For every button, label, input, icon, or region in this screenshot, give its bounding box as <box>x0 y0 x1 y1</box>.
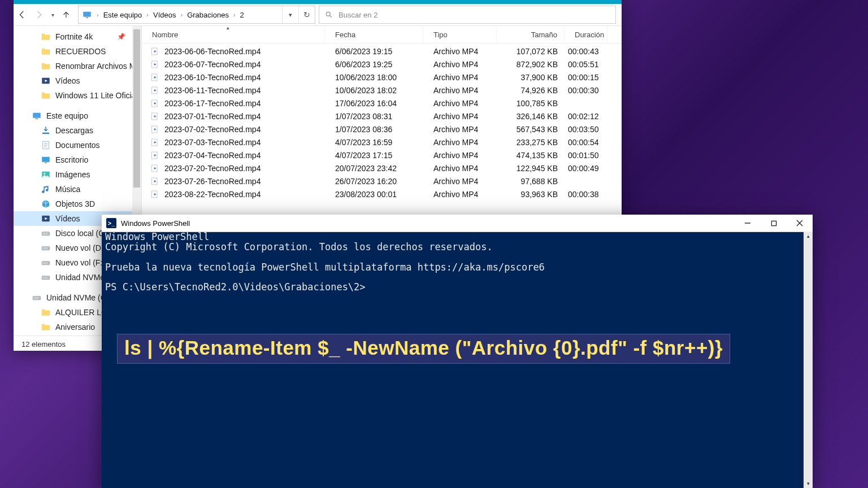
nav-forward-button[interactable] <box>31 6 47 23</box>
svg-rect-9 <box>45 163 47 164</box>
column-header-type[interactable]: Tipo <box>423 26 497 43</box>
file-date: 4/07/2023 16:59 <box>325 138 423 147</box>
search-input[interactable]: Buscar en 2 <box>319 6 616 24</box>
powershell-terminal[interactable]: Windows PowerShell Copyright (C) Microso… <box>102 232 813 488</box>
tree-item[interactable]: Escritorio <box>14 152 141 167</box>
column-header-date[interactable]: Fecha <box>325 26 423 43</box>
file-type: Archivo MP4 <box>423 125 497 134</box>
arrow-left-icon <box>17 10 27 20</box>
tree-item-label: Descargas <box>55 126 93 135</box>
address-history-button[interactable]: ▾ <box>282 6 298 23</box>
search-placeholder: Buscar en 2 <box>338 11 377 19</box>
file-size: 74,926 KB <box>497 86 565 95</box>
file-type: Archivo MP4 <box>423 151 497 160</box>
explorer-toolbar: ▾ › Este equipo › Vídeos › Grabaciones ›… <box>14 4 622 26</box>
file-type: Archivo MP4 <box>423 138 497 147</box>
scroll-thumb[interactable] <box>133 29 140 188</box>
tree-item-label: RECUERDOS <box>55 47 106 56</box>
file-row[interactable]: 2023-07-20-TecnoRed.mp420/07/2023 23:42A… <box>142 162 622 175</box>
minimize-button[interactable] <box>735 215 761 232</box>
tree-item[interactable]: Imágenes <box>14 167 141 182</box>
file-row[interactable]: 2023-06-06-TecnoRed.mp46/06/2023 19:15Ar… <box>142 45 622 58</box>
breadcrumb-seg-2[interactable]: Vídeos <box>150 11 179 19</box>
tree-item-label: Vídeos <box>55 214 80 223</box>
file-duration: 00:01:50 <box>565 151 607 160</box>
chevron-right-icon[interactable]: › <box>180 11 184 18</box>
tree-item[interactable]: Fortnite 4k📌 <box>14 29 141 44</box>
svg-rect-1 <box>86 18 89 19</box>
svg-point-21 <box>48 277 49 278</box>
svg-point-23 <box>39 298 40 299</box>
file-name: 2023-06-07-TecnoRed.mp4 <box>164 60 261 69</box>
tree-item[interactable]: Renombrar Archivos Masivame <box>14 59 141 73</box>
chevron-right-icon[interactable]: › <box>145 11 150 18</box>
file-row[interactable]: 2023-08-22-TecnoRed.mp423/08/2023 00:01A… <box>142 188 622 201</box>
file-row[interactable]: 2023-07-02-TecnoRed.mp41/07/2023 08:36Ar… <box>142 123 622 136</box>
tree-item-label: Windows 11 Lite Oficial <box>55 91 138 100</box>
file-row[interactable]: 2023-06-10-TecnoRed.mp410/06/2023 18:00A… <box>142 71 622 84</box>
file-size: 37,900 KB <box>497 73 565 82</box>
maximize-button[interactable] <box>761 215 787 232</box>
tree-item[interactable]: Música <box>14 182 141 197</box>
breadcrumb-seg-1[interactable]: Este equipo <box>100 11 146 19</box>
refresh-button[interactable]: ↻ <box>298 6 315 23</box>
file-size: 326,146 KB <box>497 112 565 121</box>
file-row[interactable]: 2023-06-11-TecnoRed.mp410/06/2023 18:02A… <box>142 84 622 97</box>
nav-recent-button[interactable]: ▾ <box>47 6 58 23</box>
file-row[interactable]: 2023-07-04-TecnoRed.mp44/07/2023 17:15Ar… <box>142 149 622 162</box>
tree-item[interactable]: Vídeos <box>14 73 141 88</box>
file-size: 233,275 KB <box>497 138 565 147</box>
column-header-name[interactable]: Nombre <box>142 26 325 43</box>
file-duration: 00:00:38 <box>565 190 607 199</box>
scroll-down-button[interactable]: ▾ <box>804 479 813 488</box>
file-type: Archivo MP4 <box>423 86 497 95</box>
command-overlay: ls | %{Rename-Item $_ -NewName ("Archivo… <box>117 334 730 364</box>
breadcrumb-seg-4[interactable]: 2 <box>237 11 248 19</box>
address-root-icon[interactable] <box>79 10 96 20</box>
file-date: 10/06/2023 18:00 <box>325 73 423 82</box>
svg-rect-5 <box>33 113 41 118</box>
svg-point-11 <box>44 173 45 175</box>
column-header-size[interactable]: Tamaño <box>497 26 565 43</box>
file-row[interactable]: 2023-07-01-TecnoRed.mp41/07/2023 08:31Ar… <box>142 110 622 123</box>
arrow-up-icon <box>61 10 71 20</box>
powershell-titlebar[interactable]: >_ Windows PowerShell <box>102 215 813 232</box>
column-header-duration[interactable]: Duración <box>565 26 607 43</box>
file-date: 1/07/2023 08:31 <box>325 112 423 121</box>
explorer-titlebar[interactable] <box>14 0 622 4</box>
nav-up-button[interactable] <box>58 6 75 23</box>
tree-item-label: Renombrar Archivos Masivame <box>55 62 142 71</box>
svg-point-19 <box>48 263 49 264</box>
file-date: 6/06/2023 19:15 <box>325 47 423 56</box>
scroll-up-button[interactable]: ▴ <box>804 232 813 241</box>
file-date: 1/07/2023 08:36 <box>325 125 423 134</box>
powershell-title: Windows PowerShell <box>121 219 735 228</box>
file-row[interactable]: 2023-06-17-TecnoRed.mp417/06/2023 16:04A… <box>142 97 622 110</box>
chevron-right-icon[interactable]: › <box>96 11 100 18</box>
svg-rect-8 <box>42 157 50 162</box>
powershell-window: >_ Windows PowerShell Windows PowerShell… <box>102 215 813 488</box>
nav-back-button[interactable] <box>14 6 31 23</box>
tree-item-label: Disco local (C:) <box>55 229 109 238</box>
file-row[interactable]: 2023-07-26-TecnoRed.mp426/07/2023 16:20A… <box>142 175 622 188</box>
tree-item[interactable]: Objetos 3D <box>14 197 141 211</box>
tree-item[interactable]: RECUERDOS <box>14 44 141 59</box>
file-type: Archivo MP4 <box>423 60 497 69</box>
terminal-scrollbar[interactable] <box>804 232 813 488</box>
close-button[interactable] <box>787 215 813 232</box>
tree-item[interactable]: Documentos <box>14 138 141 152</box>
tree-item[interactable]: Windows 11 Lite Oficial <box>14 88 141 103</box>
file-duration: 00:02:12 <box>565 112 607 121</box>
file-row[interactable]: 2023-07-03-TecnoRed.mp44/07/2023 16:59Ar… <box>142 136 622 149</box>
file-size: 97,688 KB <box>497 177 565 186</box>
file-name: 2023-07-02-TecnoRed.mp4 <box>164 125 261 134</box>
tree-item-este-equipo[interactable]: Este equipo <box>14 108 141 123</box>
tree-item[interactable]: Descargas <box>14 123 141 138</box>
breadcrumb-seg-3[interactable]: Grabaciones <box>184 11 232 19</box>
column-headers: ▴ Nombre Fecha Tipo Tamaño Duración <box>142 26 622 43</box>
file-size: 93,963 KB <box>497 190 565 199</box>
file-row[interactable]: 2023-06-07-TecnoRed.mp46/06/2023 19:25Ar… <box>142 58 622 71</box>
address-bar[interactable]: › Este equipo › Vídeos › Grabaciones › 2… <box>78 6 315 24</box>
file-name: 2023-06-17-TecnoRed.mp4 <box>164 99 261 108</box>
chevron-right-icon[interactable]: › <box>232 11 237 18</box>
